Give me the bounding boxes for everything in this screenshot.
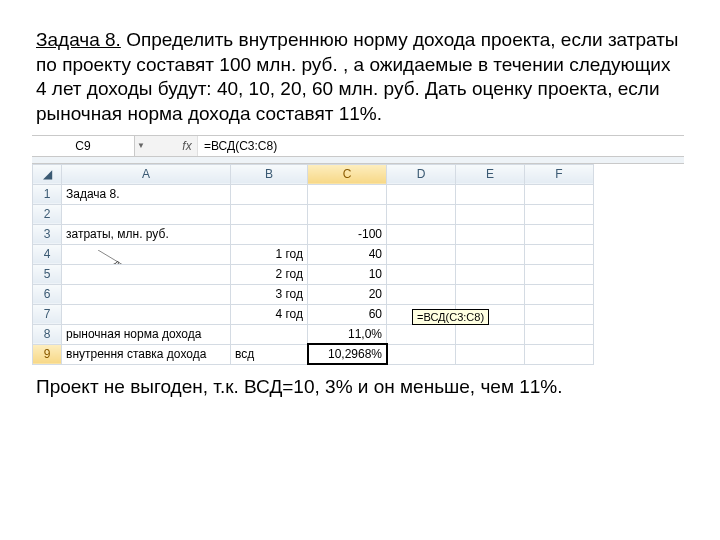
cell[interactable] xyxy=(525,224,594,244)
cell[interactable]: 3 год xyxy=(231,284,308,304)
cell[interactable] xyxy=(308,204,387,224)
formula-tooltip: =ВСД(C3:C8) xyxy=(412,309,489,325)
col-header-B[interactable]: B xyxy=(231,164,308,184)
cell[interactable]: 20 xyxy=(308,284,387,304)
cell[interactable] xyxy=(387,244,456,264)
cell[interactable] xyxy=(387,344,456,364)
cell[interactable] xyxy=(456,224,525,244)
row-header[interactable]: 4 xyxy=(33,244,62,264)
cell[interactable]: рыночная норма дохода xyxy=(62,324,231,344)
table-row: 8 рыночная норма дохода 11,0% xyxy=(33,324,594,344)
cell[interactable] xyxy=(62,204,231,224)
cell[interactable] xyxy=(525,344,594,364)
cell[interactable] xyxy=(525,304,594,324)
cell[interactable] xyxy=(231,204,308,224)
cell[interactable]: 40 xyxy=(308,244,387,264)
col-header-F[interactable]: F xyxy=(525,164,594,184)
table-row: 2 xyxy=(33,204,594,224)
cell[interactable] xyxy=(456,244,525,264)
table-row: 6 3 год 20 xyxy=(33,284,594,304)
cell[interactable] xyxy=(231,324,308,344)
cell[interactable]: затраты, млн. руб. xyxy=(62,224,231,244)
cell[interactable] xyxy=(525,244,594,264)
fx-icon[interactable]: fx xyxy=(177,139,197,153)
cell[interactable]: 60 xyxy=(308,304,387,324)
cell[interactable] xyxy=(456,184,525,204)
problem-body: Определить внутреннюю норму дохода проек… xyxy=(36,29,679,124)
row-header[interactable]: 9 xyxy=(33,344,62,364)
cell[interactable] xyxy=(387,284,456,304)
cell[interactable] xyxy=(456,284,525,304)
cell[interactable] xyxy=(62,304,231,324)
cell[interactable] xyxy=(525,184,594,204)
conclusion-text: Проект не выгоден, т.к. ВСД=10, 3% и он … xyxy=(36,375,684,400)
cell[interactable]: внутрення ставка дохода xyxy=(62,344,231,364)
col-header-E[interactable]: E xyxy=(456,164,525,184)
cell[interactable] xyxy=(456,324,525,344)
row-header[interactable]: 8 xyxy=(33,324,62,344)
row-header[interactable]: 7 xyxy=(33,304,62,324)
cell[interactable] xyxy=(308,184,387,204)
cell[interactable] xyxy=(456,204,525,224)
table-row: 1 Задача 8. xyxy=(33,184,594,204)
cell[interactable]: всд xyxy=(231,344,308,364)
row-header[interactable]: 2 xyxy=(33,204,62,224)
cell[interactable] xyxy=(456,264,525,284)
name-box-dropdown-icon[interactable]: ▼ xyxy=(135,141,147,150)
col-header-D[interactable]: D xyxy=(387,164,456,184)
name-box[interactable]: C9 xyxy=(32,136,135,156)
table-row: 5 2 год 10 xyxy=(33,264,594,284)
cell[interactable]: 11,0% xyxy=(308,324,387,344)
col-header-A[interactable]: A xyxy=(62,164,231,184)
cell[interactable] xyxy=(387,184,456,204)
cell[interactable] xyxy=(456,344,525,364)
row-header[interactable]: 5 xyxy=(33,264,62,284)
row-header[interactable]: 3 xyxy=(33,224,62,244)
formula-input[interactable]: =ВСД(C3:C8) xyxy=(197,136,684,156)
row-header[interactable]: 6 xyxy=(33,284,62,304)
problem-label: Задача 8. xyxy=(36,29,121,50)
table-row: 7 4 год 60 xyxy=(33,304,594,324)
cell[interactable] xyxy=(387,324,456,344)
formula-bar: C9 ▼ fx =ВСД(C3:C8) xyxy=(32,135,684,157)
cell[interactable] xyxy=(231,184,308,204)
cell[interactable]: 4 год xyxy=(231,304,308,324)
active-cell[interactable]: 10,2968% xyxy=(308,344,387,364)
cell[interactable]: -100 xyxy=(308,224,387,244)
table-row: 4 доходы, млн. руб. 1 год 40 xyxy=(33,244,594,264)
cell[interactable] xyxy=(387,224,456,244)
col-header-C[interactable]: C xyxy=(308,164,387,184)
cell[interactable]: 2 год xyxy=(231,264,308,284)
table-row: 9 внутрення ставка дохода всд 10,2968% xyxy=(33,344,594,364)
cell[interactable]: 10 xyxy=(308,264,387,284)
cell[interactable] xyxy=(525,324,594,344)
cell[interactable] xyxy=(387,204,456,224)
cell[interactable] xyxy=(387,264,456,284)
table-row: 3 затраты, млн. руб. -100 xyxy=(33,224,594,244)
select-all-corner[interactable]: ◢ xyxy=(33,164,62,184)
cell[interactable] xyxy=(525,204,594,224)
cell[interactable]: доходы, млн. руб. xyxy=(62,244,231,264)
spreadsheet: C9 ▼ fx =ВСД(C3:C8) ◢ A B C D E F 1 Зада… xyxy=(32,135,684,365)
cell[interactable]: Задача 8. xyxy=(62,184,231,204)
cell[interactable] xyxy=(62,264,231,284)
problem-statement: Задача 8. Определить внутреннюю норму до… xyxy=(36,28,684,127)
cell[interactable] xyxy=(231,224,308,244)
row-header[interactable]: 1 xyxy=(33,184,62,204)
cell[interactable] xyxy=(525,284,594,304)
cells-grid[interactable]: ◢ A B C D E F 1 Задача 8. 2 3 xyxy=(32,164,594,365)
cell[interactable] xyxy=(525,264,594,284)
cell[interactable] xyxy=(62,284,231,304)
cell[interactable]: 1 год xyxy=(231,244,308,264)
